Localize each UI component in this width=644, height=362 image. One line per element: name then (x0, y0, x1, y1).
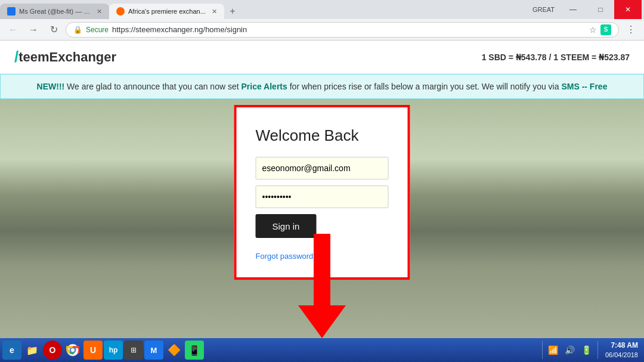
arrow-shaft (314, 234, 330, 305)
back-button[interactable]: ← (5, 21, 21, 38)
address-bar: ← → ↻ 🔒 Secure https://steemexchanger.ng… (0, 19, 644, 41)
login-title: Welcome Back (256, 126, 389, 145)
bookmark-icon[interactable]: ☆ (588, 24, 598, 36)
chrome-taskbar-icon[interactable] (63, 341, 82, 360)
red-arrow (298, 234, 346, 338)
arrow-head (298, 305, 346, 338)
whatsapp-taskbar-icon[interactable]: 📱 (185, 341, 204, 360)
uc-taskbar-icon[interactable]: U (83, 341, 103, 360)
address-input[interactable]: 🔒 Secure https://steemexchanger.ng/home/… (66, 22, 619, 38)
tab1-close[interactable]: ✕ (97, 8, 102, 16)
password-input[interactable] (256, 185, 389, 208)
tab2-favicon (116, 7, 125, 16)
taskbar-tray: 📶 🔊 🔋 7:48 AM 06/04/2018 (541, 341, 642, 360)
tray-divider2 (597, 341, 598, 359)
announcement-text: NEW!!! We are glad to announce that you … (37, 82, 608, 91)
date-display: 06/04/2018 (605, 351, 638, 359)
logo-slash: / (14, 48, 18, 66)
forward-button[interactable]: → (25, 21, 42, 38)
logo: / teemExchanger (14, 48, 116, 66)
network-icon: 📶 (546, 341, 561, 360)
sms-label: SMS -- Free (561, 82, 607, 91)
tab2-close[interactable]: ✕ (212, 8, 217, 16)
background-area: Welcome Back Sign in Forgot password? (0, 99, 644, 338)
multi-taskbar-icon[interactable]: ⊞ (124, 341, 143, 360)
volume-icon: 🔊 (563, 341, 577, 360)
tab-1[interactable]: Ms Great (@be-fit) — St... ✕ (0, 4, 109, 19)
secure-icon: 🔒 (73, 26, 82, 34)
secure-text: Secure (86, 26, 109, 34)
maximize-button[interactable]: □ (587, 0, 614, 19)
time-display: 7:48 AM (605, 341, 638, 351)
announcement-banner: NEW!!! We are glad to announce that you … (0, 74, 644, 99)
tray-divider (542, 341, 543, 359)
ie-taskbar-icon[interactable]: e (2, 341, 21, 360)
exchange-rate: 1 SBD = ₦543.78 / 1 STEEM = ₦523.87 (482, 52, 630, 62)
close-button[interactable]: ✕ (614, 0, 642, 19)
taskbar: e 📁 O U hp ⊞ M 🔶 📱 (0, 338, 644, 362)
title-bar: Ms Great (@be-fit) — St... ✕ Africa's pr… (0, 0, 644, 19)
hp-taskbar-icon[interactable]: hp (104, 341, 123, 360)
maxthon-taskbar-icon[interactable]: M (144, 341, 163, 360)
chrome-browser: Ms Great (@be-fit) — St... ✕ Africa's pr… (0, 0, 644, 362)
menu-button[interactable]: ⋮ (623, 21, 639, 38)
user-label: GREAT (528, 6, 559, 13)
address-icons: ☆ S (588, 24, 611, 36)
new-label: NEW!!! (37, 82, 65, 91)
folder-taskbar-icon[interactable]: 📁 (23, 341, 42, 360)
window-controls: GREAT — □ ✕ (528, 0, 644, 19)
logo-text: teemExchanger (18, 49, 116, 65)
clock: 7:48 AM 06/04/2018 (602, 341, 642, 359)
site-header: / teemExchanger 1 SBD = ₦543.78 / 1 STEE… (0, 41, 644, 74)
price-alerts-label: Price Alerts (242, 82, 287, 91)
tab1-favicon (7, 7, 16, 16)
opera-taskbar-icon[interactable]: O (43, 341, 62, 360)
tab-2[interactable]: Africa's premiere exchan... ✕ (109, 4, 224, 19)
email-input[interactable] (256, 157, 389, 180)
tab2-label: Africa's premiere exchan... (128, 8, 206, 15)
reload-button[interactable]: ↻ (45, 21, 62, 38)
vlc-taskbar-icon[interactable]: 🔶 (165, 341, 184, 360)
rate-value: 1 SBD = ₦543.78 / 1 STEEM = ₦523.87 (482, 52, 630, 62)
tab-bar: Ms Great (@be-fit) — St... ✕ Africa's pr… (0, 0, 528, 19)
svg-point-3 (71, 348, 75, 352)
url-text: https://steemexchanger.ng/home/signin (112, 25, 247, 34)
battery-icon: 🔋 (580, 341, 594, 360)
minimize-button[interactable]: — (559, 0, 587, 19)
steem-extension-icon[interactable]: S (600, 24, 611, 35)
page-content: / teemExchanger 1 SBD = ₦543.78 / 1 STEE… (0, 41, 644, 338)
new-tab-button[interactable]: + (224, 5, 241, 18)
tab1-label: Ms Great (@be-fit) — St... (19, 8, 91, 15)
